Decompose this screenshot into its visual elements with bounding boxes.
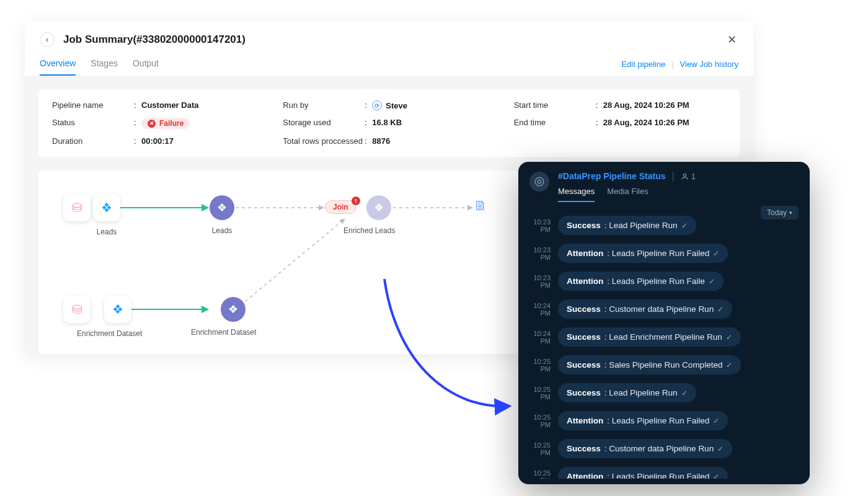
message-status: Success: [567, 221, 601, 230]
check-icon: ✓: [717, 305, 724, 314]
message-row[interactable]: 10:25 PMSuccess: Customer data Pipeline …: [525, 439, 799, 458]
message-time: 10:24 PM: [525, 302, 551, 317]
value-end-time: 28 Aug, 2024 10:26 PM: [603, 118, 689, 129]
message-status: Success: [567, 360, 601, 370]
database-icon: ⛁: [72, 200, 82, 215]
node-output-doc[interactable]: 🗎: [474, 198, 487, 214]
chat-tab-media[interactable]: Media Files: [607, 187, 648, 202]
message-bubble: Success: Lead Pipeline Run✓: [558, 383, 696, 402]
message-status: Success: [567, 332, 601, 342]
node-join[interactable]: Join !: [325, 200, 356, 214]
channel-title[interactable]: #DataPrep Pipeline Status: [558, 171, 666, 181]
node-label: Enrichment Dataset: [191, 328, 256, 337]
message-text: : Lead Pipeline Run: [604, 221, 678, 230]
message-time: 10:24 PM: [525, 330, 551, 345]
svg-point-6: [535, 177, 544, 186]
node-leads-source[interactable]: ⛁: [63, 194, 91, 221]
message-row[interactable]: 10:25 PMAttention: Leads Pipeline Run Fa…: [525, 467, 799, 479]
divider: |: [671, 60, 673, 69]
error-icon: ✕: [148, 120, 156, 128]
message-row[interactable]: 10:25 PMSuccess: Sales Pipeline Run Comp…: [525, 355, 799, 374]
message-bubble: Success: Customer data Pipeline Run✓: [558, 439, 732, 458]
channel-members[interactable]: 1: [681, 172, 696, 181]
view-history-link[interactable]: View Job history: [680, 60, 738, 69]
message-time: 10:25 PM: [525, 414, 551, 428]
message-time: 10:23 PM: [525, 218, 551, 233]
layers-icon: ❖: [112, 302, 123, 317]
message-row[interactable]: 10:25 PMAttention: Leads Pipeline Run Fa…: [525, 411, 799, 430]
message-row[interactable]: 10:24 PMSuccess: Lead Enrichment Pipelin…: [525, 327, 799, 347]
status-text: Failure: [159, 119, 184, 128]
message-bubble: Attention: Leads Pipeline Run Failed✓: [558, 244, 728, 263]
value-duration: 00:00:17: [141, 136, 174, 146]
message-text: : Lead Pipeline Run: [604, 388, 678, 397]
value-storage: 16.8 KB: [372, 118, 402, 129]
chevron-left-icon: ‹: [46, 35, 48, 44]
node-enriched-leads[interactable]: ❖ Enriched Leads: [362, 195, 395, 235]
message-bubble: Attention: Leads Pipeline Run Faile✓: [558, 272, 724, 291]
svg-point-8: [683, 174, 686, 176]
message-bubble: Success: Sales Pipeline Run Completed✓: [558, 355, 741, 374]
node-label: Enriched Leads: [343, 226, 395, 235]
check-icon: ✓: [713, 249, 719, 258]
check-icon: ✓: [681, 221, 688, 230]
value-run-by: ⟳ Steve: [372, 100, 407, 110]
message-row[interactable]: 10:25 PMSuccess: Lead Pipeline Run✓: [525, 383, 799, 402]
message-text: : Lead Enrichment Pipeline Run: [604, 332, 722, 342]
layers-icon: ❖: [228, 303, 238, 316]
message-text: : Leads Pipeline Run Faile: [607, 277, 705, 286]
chat-tab-messages[interactable]: Messages: [558, 187, 595, 202]
layers-icon: ❖: [217, 201, 227, 215]
message-row[interactable]: 10:23 PMSuccess: Lead Pipeline Run✓: [525, 216, 799, 235]
label-start-time: Start time: [514, 100, 596, 110]
message-list: 10:23 PMSuccess: Lead Pipeline Run✓10:23…: [525, 216, 799, 479]
node-label: Leads: [93, 228, 120, 236]
tab-overview[interactable]: Overview: [40, 58, 76, 76]
label-end-time: End time: [514, 118, 596, 129]
layers-icon: ❖: [374, 201, 384, 215]
message-row[interactable]: 10:23 PMAttention: Leads Pipeline Run Fa…: [525, 244, 799, 263]
node-leads-stage[interactable]: ❖ Leads: [210, 195, 234, 235]
label-status: Status: [52, 118, 134, 129]
person-icon: [681, 172, 689, 180]
tabs: Overview Stages Output: [40, 58, 159, 76]
check-icon: ✓: [713, 417, 719, 425]
message-text: : Leads Pipeline Run Failed: [607, 416, 709, 425]
divider: |: [672, 170, 675, 182]
close-button[interactable]: ✕: [725, 33, 738, 46]
value-pipeline-name: Customer Data: [141, 100, 198, 110]
value-rows: 8876: [372, 136, 390, 146]
message-text: : Customer data Pipeline Run: [604, 444, 714, 453]
back-button[interactable]: ‹: [40, 32, 55, 47]
message-text: : Leads Pipeline Run Failed: [607, 249, 709, 258]
message-time: 10:25 PM: [525, 441, 551, 456]
node-enrichment-source-2[interactable]: ❖ Enrichment Dataset: [93, 296, 142, 338]
date-jump-button[interactable]: Today ▾: [761, 206, 799, 219]
check-icon: ✓: [709, 277, 715, 286]
check-icon: ✓: [717, 445, 724, 453]
tab-output[interactable]: Output: [133, 58, 159, 76]
message-row[interactable]: 10:24 PMSuccess: Customer data Pipeline …: [525, 299, 799, 319]
message-text: : Customer data Pipeline Run: [604, 304, 714, 314]
message-text: : Sales Pipeline Run Completed: [604, 360, 723, 370]
channel-avatar: [529, 172, 549, 192]
message-row[interactable]: 10:23 PMAttention: Leads Pipeline Run Fa…: [525, 272, 799, 291]
node-label: Leads: [210, 226, 234, 235]
database-icon: ⛁: [72, 302, 82, 317]
run-by-name: Steve: [386, 101, 407, 110]
edit-pipeline-link[interactable]: Edit pipeline: [621, 60, 665, 69]
message-time: 10:25 PM: [525, 358, 551, 373]
node-leads-source-2[interactable]: ❖ Leads: [93, 194, 120, 236]
document-icon: 🗎: [474, 198, 487, 213]
node-enrichment-stage[interactable]: ❖ Enrichment Dataset: [210, 297, 256, 337]
job-meta-panel: Pipeline name:Customer Data Run by: ⟳ St…: [38, 89, 740, 157]
label-pipeline-name: Pipeline name: [52, 100, 134, 110]
message-status: Success: [567, 388, 601, 397]
node-enrichment-source[interactable]: ⛁: [63, 296, 91, 323]
node-label: Enrichment Dataset: [77, 329, 142, 338]
tab-stages[interactable]: Stages: [91, 58, 118, 76]
message-status: Attention: [567, 472, 603, 479]
label-duration: Duration: [52, 136, 134, 146]
alert-badge-icon: !: [352, 197, 360, 205]
svg-point-7: [538, 180, 541, 183]
